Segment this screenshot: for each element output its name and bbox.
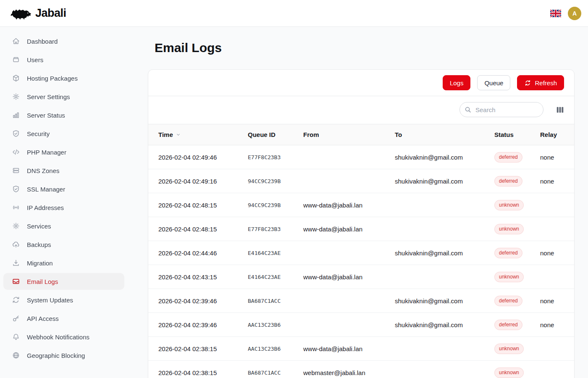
cell-to <box>395 337 494 361</box>
sidebar-item-server-status[interactable]: Server Status <box>3 107 124 123</box>
sidebar-item-api-access[interactable]: API Access <box>3 310 124 327</box>
sidebar-item-ip-addresses[interactable]: IP Addresses <box>3 199 124 216</box>
table-row[interactable]: 2026-02-04 02:39:46 BA687C1ACC shukivakn… <box>148 289 575 313</box>
cell-to <box>395 361 494 378</box>
cell-to <box>395 193 494 217</box>
sidebar-item-security[interactable]: Security <box>3 125 124 142</box>
sidebar-item-label: IP Addresses <box>27 204 64 211</box>
sidebar-item-webhook-notifications[interactable]: Webhook Notifications <box>3 328 124 345</box>
cell-relay <box>540 337 575 361</box>
column-header-queue-id[interactable]: Queue ID <box>248 124 303 145</box>
search-input[interactable] <box>459 102 543 117</box>
cell-time: 2026-02-04 02:43:15 <box>148 265 248 289</box>
sidebar-item-migration[interactable]: Migration <box>3 255 124 271</box>
bell-icon <box>12 333 20 341</box>
sidebar-item-dns-zones[interactable]: DNS Zones <box>3 162 124 179</box>
column-header-relay[interactable]: Relay <box>540 124 575 145</box>
columns-icon <box>556 105 564 114</box>
sidebar-item-label: Webhook Notifications <box>27 333 89 341</box>
status-badge: deferred <box>494 176 522 186</box>
sidebar-item-label: Migration <box>27 260 53 267</box>
language-flag-button[interactable] <box>550 9 561 18</box>
cell-queue-id: 94CC9C239B <box>248 193 303 217</box>
refresh-button[interactable]: Refresh <box>517 75 564 90</box>
sidebar-item-geographic-blocking[interactable]: Geographic Blocking <box>3 347 124 364</box>
sidebar-item-backups[interactable]: Backups <box>3 236 124 253</box>
column-header-status[interactable]: Status <box>494 124 540 145</box>
queue-tab-button[interactable]: Queue <box>477 75 510 90</box>
cell-queue-id: E77F8C23B3 <box>248 217 303 241</box>
refresh-button-label: Refresh <box>535 79 557 87</box>
cell-relay: none <box>540 289 575 313</box>
sidebar-item-dashboard[interactable]: Dashboard <box>3 33 124 50</box>
cell-time: 2026-02-04 02:44:46 <box>148 241 248 265</box>
cell-from: www-data@jabali.lan <box>303 217 395 241</box>
sidebar-item-email-logs[interactable]: Email Logs <box>3 273 124 290</box>
status-badge: unknown <box>494 224 524 234</box>
cell-status: unknown <box>494 193 540 217</box>
column-header-to[interactable]: To <box>395 124 494 145</box>
table-row[interactable]: 2026-02-04 02:49:16 94CC9C239B shukivakn… <box>148 169 575 193</box>
sidebar-item-ssl-manager[interactable]: SSL Manager <box>3 181 124 197</box>
sidebar-item-label: Dashboard <box>27 38 58 45</box>
table-row[interactable]: 2026-02-04 02:48:15 94CC9C239B www-data@… <box>148 193 575 217</box>
cell-status: deferred <box>494 313 540 337</box>
refresh-icon <box>524 79 531 87</box>
boar-logo-icon <box>9 6 31 21</box>
sidebar-item-system-updates[interactable]: System Updates <box>3 291 124 308</box>
status-badge: deferred <box>494 296 522 306</box>
sidebar-item-users[interactable]: Users <box>3 51 124 68</box>
search-box <box>459 102 543 117</box>
refresh-icon <box>12 296 20 304</box>
table-row[interactable]: 2026-02-04 02:38:15 AAC13C23B6 www-data@… <box>148 337 575 361</box>
user-avatar[interactable]: A <box>568 7 581 20</box>
logs-button-label: Logs <box>450 79 464 87</box>
sidebar-item-label: Hosting Packages <box>27 75 78 82</box>
cell-to: shukivaknin@gmail.com <box>395 145 494 169</box>
sidebar-item-label: Services <box>27 223 51 230</box>
email-logs-table: Time Queue ID From To Status Relay 2026-… <box>148 124 575 378</box>
cube-icon <box>12 74 20 82</box>
cell-time: 2026-02-04 02:39:46 <box>148 313 248 337</box>
cell-queue-id: E77F8C23B3 <box>248 145 303 169</box>
cell-status: unknown <box>494 265 540 289</box>
cell-to: shukivaknin@gmail.com <box>395 241 494 265</box>
home-icon <box>12 37 20 45</box>
app-logo[interactable]: Jabali <box>9 6 66 21</box>
sidebar-item-services[interactable]: Services <box>3 218 124 234</box>
table-row[interactable]: 2026-02-04 02:48:15 E77F8C23B3 www-data@… <box>148 217 575 241</box>
filter-row <box>148 96 574 124</box>
cell-from: www-data@jabali.lan <box>303 337 395 361</box>
signal-icon <box>12 203 20 212</box>
cell-from: www-data@jabali.lan <box>303 265 395 289</box>
queue-button-label: Queue <box>484 79 503 87</box>
shield-check-icon <box>12 185 20 193</box>
main-content: Email Logs Logs Queue Refresh <box>128 27 588 378</box>
cell-to: shukivaknin@gmail.com <box>395 313 494 337</box>
column-header-time[interactable]: Time <box>148 124 248 145</box>
column-header-from[interactable]: From <box>303 124 395 145</box>
table-row[interactable]: 2026-02-04 02:44:46 E4164C23AE shukivakn… <box>148 241 575 265</box>
table-row[interactable]: 2026-02-04 02:38:15 BA687C1ACC webmaster… <box>148 361 575 378</box>
server-stack-icon <box>12 166 20 175</box>
cloud-upload-icon <box>12 240 20 249</box>
table-row[interactable]: 2026-02-04 02:49:46 E77F8C23B3 shukivakn… <box>148 145 575 169</box>
sidebar-item-php-manager[interactable]: PHP Manager <box>3 144 124 160</box>
cell-time: 2026-02-04 02:48:15 <box>148 193 248 217</box>
key-icon <box>12 314 20 323</box>
cell-queue-id: AAC13C23B6 <box>248 337 303 361</box>
sidebar-item-server-settings[interactable]: Server Settings <box>3 88 124 105</box>
sidebar-item-label: Server Settings <box>27 93 70 100</box>
table-row[interactable]: 2026-02-04 02:39:46 AAC13C23B6 shukivakn… <box>148 313 575 337</box>
logs-tab-button[interactable]: Logs <box>443 75 471 90</box>
sidebar-item-label: Users <box>27 56 43 63</box>
sidebar-item-label: System Updates <box>27 297 73 304</box>
table-row[interactable]: 2026-02-04 02:43:15 E4164C23AE www-data@… <box>148 265 575 289</box>
column-visibility-button[interactable] <box>554 105 566 115</box>
cell-to: shukivaknin@gmail.com <box>395 169 494 193</box>
cell-relay: none <box>540 241 575 265</box>
table-header-row: Time Queue ID From To Status Relay <box>148 124 575 145</box>
sidebar: Dashboard Users Hosting Packages Server … <box>0 27 128 378</box>
sidebar-item-hosting-packages[interactable]: Hosting Packages <box>3 70 124 87</box>
chevron-down-icon <box>176 132 181 137</box>
